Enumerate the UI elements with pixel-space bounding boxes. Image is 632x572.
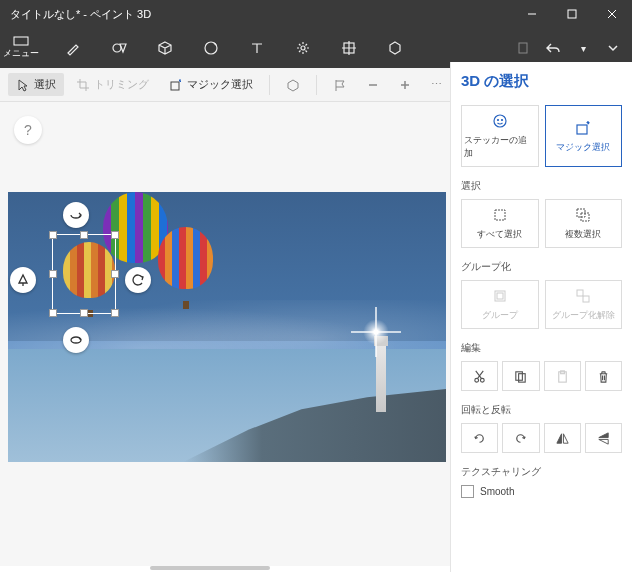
- menu-label: メニュー: [3, 47, 39, 60]
- magic-select-icon: [574, 119, 592, 137]
- paste-icon[interactable]: [514, 39, 532, 57]
- resize-handle[interactable]: [111, 270, 119, 278]
- separator: [316, 75, 317, 95]
- crop-label: トリミング: [94, 77, 149, 92]
- svg-point-26: [475, 378, 479, 382]
- redo-dropdown-icon[interactable]: ▾: [574, 39, 592, 57]
- rotate-y-handle[interactable]: [63, 327, 89, 353]
- svg-rect-18: [577, 125, 587, 134]
- svg-point-5: [113, 44, 121, 52]
- menu-button[interactable]: メニュー: [0, 36, 42, 60]
- multi-select-button[interactable]: 複数選択: [545, 199, 623, 248]
- close-button[interactable]: [592, 0, 632, 28]
- sticker-icon: [491, 112, 509, 130]
- ungroup-button[interactable]: グループ化解除: [545, 280, 623, 329]
- rotate-z-handle[interactable]: [125, 267, 151, 293]
- paste-button[interactable]: [544, 361, 581, 391]
- flip-horizontal-button[interactable]: [544, 423, 581, 453]
- zoom-out-button[interactable]: [359, 75, 387, 95]
- flag-button[interactable]: [325, 74, 355, 96]
- select-label: 選択: [34, 77, 56, 92]
- rotate-cw-button[interactable]: [502, 423, 539, 453]
- lighthouse-graphic: [376, 342, 386, 412]
- library-3d-icon[interactable]: [386, 39, 404, 57]
- copy-button[interactable]: [502, 361, 539, 391]
- shapes-2d-icon[interactable]: [110, 39, 128, 57]
- svg-point-17: [501, 120, 502, 121]
- shapes-3d-icon[interactable]: [156, 39, 174, 57]
- magic-select-label: マジック選択: [187, 77, 253, 92]
- smooth-checkbox[interactable]: [461, 485, 474, 498]
- magic-select-button[interactable]: マジック選択: [545, 105, 623, 167]
- svg-rect-23: [497, 293, 503, 299]
- svg-rect-19: [495, 210, 505, 220]
- selection-box[interactable]: [52, 234, 116, 314]
- depth-handle[interactable]: [10, 267, 36, 293]
- view-3d-button[interactable]: [278, 74, 308, 96]
- ungroup-icon: [574, 287, 592, 305]
- horizontal-scrollbar[interactable]: [150, 566, 270, 570]
- stickers-icon[interactable]: [202, 39, 220, 57]
- resize-handle[interactable]: [111, 309, 119, 317]
- resize-handle[interactable]: [80, 231, 88, 239]
- svg-rect-9: [519, 43, 527, 53]
- svg-point-15: [494, 115, 506, 127]
- section-rotate-label: 回転と反転: [461, 403, 622, 417]
- help-button[interactable]: ?: [14, 116, 42, 144]
- multi-select-icon: [574, 206, 592, 224]
- text-icon[interactable]: [248, 39, 266, 57]
- undo-icon[interactable]: [544, 39, 562, 57]
- flip-vertical-button[interactable]: [585, 423, 622, 453]
- svg-rect-4: [14, 37, 28, 45]
- select-all-icon: [491, 206, 509, 224]
- svg-point-16: [497, 120, 498, 121]
- svg-rect-10: [171, 82, 179, 90]
- rotate-x-handle[interactable]: [63, 202, 89, 228]
- minimize-button[interactable]: [512, 0, 552, 28]
- zoom-in-button[interactable]: [391, 75, 419, 95]
- window-title: タイトルなし* - ペイント 3D: [10, 7, 512, 22]
- maximize-button[interactable]: [552, 0, 592, 28]
- rotate-ccw-button[interactable]: [461, 423, 498, 453]
- titlebar: タイトルなし* - ペイント 3D: [0, 0, 632, 28]
- svg-rect-1: [568, 10, 576, 18]
- brush-tool-icon[interactable]: [64, 39, 82, 57]
- section-select-label: 選択: [461, 179, 622, 193]
- workspace: ?: [0, 102, 450, 566]
- svg-point-7: [301, 46, 305, 50]
- resize-handle[interactable]: [49, 270, 57, 278]
- group-icon: [491, 287, 509, 305]
- delete-button[interactable]: [585, 361, 622, 391]
- svg-rect-25: [583, 296, 589, 302]
- group-button[interactable]: グループ: [461, 280, 539, 329]
- chevron-down-icon[interactable]: [604, 39, 622, 57]
- resize-handle[interactable]: [111, 231, 119, 239]
- smooth-label: Smooth: [480, 486, 514, 497]
- panel-title: 3D の選択: [461, 72, 622, 91]
- cut-button[interactable]: [461, 361, 498, 391]
- svg-rect-24: [577, 290, 583, 296]
- balloon-graphic: [158, 227, 213, 309]
- resize-handle[interactable]: [49, 231, 57, 239]
- section-group-label: グループ化: [461, 260, 622, 274]
- select-all-button[interactable]: すべて選択: [461, 199, 539, 248]
- crop-tool[interactable]: トリミング: [68, 73, 157, 96]
- section-edit-label: 編集: [461, 341, 622, 355]
- resize-handle[interactable]: [49, 309, 57, 317]
- svg-point-27: [481, 378, 485, 382]
- side-panel: 3D の選択 ステッカーの追加 マジック選択 選択 すべて選択 複数選択 グルー…: [450, 62, 632, 572]
- sticker-add-button[interactable]: ステッカーの追加: [461, 105, 539, 167]
- magic-select-tool[interactable]: マジック選択: [161, 73, 261, 96]
- effects-icon[interactable]: [294, 39, 312, 57]
- select-tool[interactable]: 選択: [8, 73, 64, 96]
- section-texture-label: テクスチャリング: [461, 465, 622, 479]
- canvas-icon[interactable]: [340, 39, 358, 57]
- resize-handle[interactable]: [80, 309, 88, 317]
- more-button[interactable]: ⋯: [423, 74, 452, 95]
- separator: [269, 75, 270, 95]
